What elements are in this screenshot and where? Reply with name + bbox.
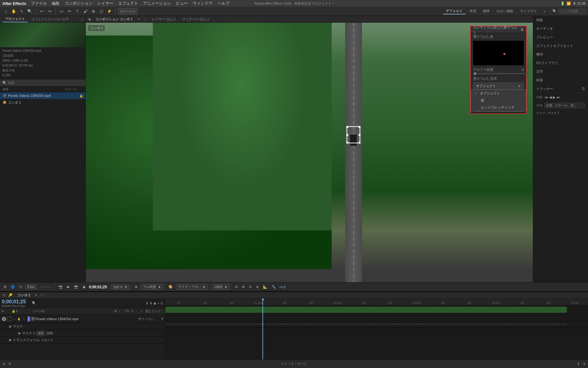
hand-tool[interactable]: ✋ — [10, 8, 17, 15]
renderqueue-icon[interactable]: 🔑 — [8, 293, 13, 297]
tl-playhead[interactable] — [262, 299, 263, 305]
preview-cam[interactable]: 📸 — [73, 284, 79, 289]
tracker-next-next-btn[interactable]: ⏭ — [556, 95, 560, 99]
tl-extract-btn[interactable]: ⬇ — [149, 301, 153, 305]
tl-time-display[interactable]: 0;00;01;25 — [2, 299, 26, 305]
paint-tool[interactable]: 🖌 — [82, 8, 89, 15]
status-icon2[interactable]: ⚙ — [8, 362, 11, 366]
pixel-btn[interactable]: ⊟ — [234, 284, 239, 289]
menu-file[interactable]: ファイル — [31, 1, 47, 6]
tracker-method-dropdown[interactable]: 位置、スケール、回... — [545, 103, 585, 108]
project-tab[interactable]: プロジェクト — [2, 16, 28, 22]
ws-hyojun[interactable]: 標準 — [480, 8, 493, 14]
zoom-tool[interactable]: 🔍 — [26, 8, 33, 15]
menu-view[interactable]: ビュー — [176, 1, 188, 6]
layer-vis-btn[interactable]: ● — [2, 317, 6, 321]
zoom-dropdown[interactable]: 100 % ▼ — [111, 285, 130, 289]
tl-layer-1[interactable]: ● ○ 🔒 1 🎬 Pexels Videos 1394254.mp4 単 ✏ … — [0, 315, 165, 323]
tracker-prev-prev-btn[interactable]: ⏮ — [545, 95, 548, 99]
layer-link-chevron[interactable]: ▼ — [161, 317, 164, 320]
tl-motion-btn[interactable]: ≈ — [157, 301, 159, 305]
snap2-btn[interactable]: 🔧 — [270, 284, 277, 289]
caf-menu-icon[interactable]: ☰ — [521, 28, 524, 32]
mask-mode-dropdown[interactable]: 減算 — [36, 331, 45, 336]
ws-library[interactable]: ライブラリ — [517, 8, 540, 14]
caf-option-object[interactable]: オブジェクト — [471, 90, 526, 97]
menu-help[interactable]: ヘルプ — [217, 1, 229, 6]
ws-default[interactable]: デフォルト — [443, 8, 466, 14]
tl-comp-tab-close[interactable]: ✕ — [35, 293, 37, 297]
right-preview[interactable]: プレビュー — [533, 33, 588, 42]
pen-tool[interactable]: ✏ — [66, 8, 73, 15]
handle-bl[interactable] — [346, 142, 348, 144]
transform-toggle[interactable]: ▶ — [9, 338, 12, 342]
preview-play[interactable]: ▶ — [66, 284, 71, 289]
snap-btn[interactable]: ⊞ — [2, 284, 8, 289]
handle-tr[interactable] — [359, 126, 360, 128]
timeline-right[interactable]: 0f 10f 20f 01;00f 10f 20f 02;00f 10f 20f… — [165, 299, 588, 359]
right-cc-library[interactable]: CCライブラリ — [533, 59, 588, 67]
ws-chiisai[interactable]: 小さい画面 — [493, 8, 516, 14]
effect-control-tab[interactable]: エフェクトコントロール P — [29, 17, 71, 22]
handle-mr[interactable] — [359, 134, 360, 136]
menu-animation[interactable]: アニメーション — [143, 1, 171, 6]
caf-option-edge[interactable]: エッジブレンディング — [471, 104, 526, 111]
project-item-video[interactable]: 🎬 Pexels Videos 1394254.mp4 🔒 — [0, 92, 85, 99]
eraser-tool[interactable]: ◻ — [98, 8, 105, 15]
tl-comp-tab[interactable]: コンポ 1 — [16, 292, 32, 298]
mask-group-toggle[interactable]: ▶ — [9, 324, 12, 328]
layer-solo-btn[interactable]: ○ — [12, 317, 17, 321]
help-search-input[interactable] — [558, 9, 586, 13]
tl-solo-btn[interactable]: ⊙ — [160, 301, 163, 305]
layer-switch-single[interactable]: 単 — [138, 317, 141, 321]
checkerboard-btn[interactable]: ⊞ — [134, 284, 139, 289]
draft-btn[interactable]: ⊡ — [18, 284, 23, 289]
ws-gakushu[interactable]: 学習 — [466, 8, 479, 14]
quality-dropdown[interactable]: フル画質 ▼ — [141, 284, 163, 290]
handle-br[interactable] — [359, 142, 360, 144]
caf-option-surface[interactable]: 面 — [471, 97, 526, 104]
ws-more[interactable]: » — [541, 9, 548, 14]
layer-lock-btn[interactable]: 🔒 — [17, 317, 21, 321]
footage-tab[interactable]: フッテージ (なし) — [179, 16, 211, 22]
menu-composition[interactable]: コンポジション — [65, 1, 92, 6]
tracker-menu-icon[interactable]: ☰ — [582, 87, 585, 91]
grid-btn[interactable]: ⊡ — [248, 284, 253, 289]
right-paragraph[interactable]: 段落 — [533, 76, 588, 85]
project-search-input[interactable] — [8, 81, 83, 85]
tracker-next-btn[interactable]: ▶ — [553, 95, 555, 99]
clone-tool[interactable]: ⊕ — [90, 8, 97, 15]
video-track-bar[interactable] — [165, 307, 567, 313]
puppet-tool[interactable]: ⚡ — [106, 8, 113, 15]
right-align[interactable]: 整列 — [533, 50, 588, 59]
tl-mask-1[interactable]: ▶ マスク 1 減算 反転 — [0, 330, 165, 337]
redo-btn[interactable]: ↪ — [46, 8, 53, 15]
right-text[interactable]: 文字 — [533, 67, 588, 76]
text-tool[interactable]: T — [74, 8, 81, 15]
tl-keyframe-btn[interactable]: ◆ — [153, 301, 156, 305]
tl-menu-icon[interactable]: ☰ — [40, 293, 43, 297]
menu-edit[interactable]: 編集 — [52, 1, 60, 6]
status-right-icon2[interactable]: ⬇ — [583, 362, 586, 366]
handle-ml[interactable] — [346, 134, 348, 136]
comp-tab-close[interactable]: ✕ — [138, 17, 140, 21]
panel-expand-arrow[interactable]: » — [81, 17, 83, 21]
menu-effect[interactable]: エフェクト — [118, 1, 138, 6]
menu-window[interactable]: ウィンドウ — [193, 1, 213, 6]
view-dropdown[interactable]: アクティブカ... ▼ — [176, 284, 208, 290]
roto-btn[interactable]: ロトベジェ — [118, 8, 138, 15]
select-tool[interactable]: ↖ — [18, 8, 25, 15]
rect-tool[interactable]: ▭ — [58, 8, 65, 15]
status-icon1[interactable]: ⊕ — [2, 362, 5, 366]
ram-btn[interactable]: 📷 — [57, 284, 64, 289]
menu-layer[interactable]: レイヤー — [97, 1, 113, 6]
ruler-btn[interactable]: 📐 — [262, 284, 269, 289]
right-audio[interactable]: オーディオ — [533, 25, 588, 33]
safe-frame-btn[interactable]: ⊞ — [241, 284, 246, 289]
comp-viewport[interactable]: コンポ 1 コンテンツに応じた塗りつぶし ☰ 塗りつぶし先 アルファ拡張 0 — [86, 23, 533, 282]
caf-method-dropdown[interactable]: オブジェクト ▼ — [473, 82, 524, 90]
right-info[interactable]: 情報 — [533, 16, 588, 25]
layer-audio-btn[interactable] — [7, 317, 12, 321]
tl-close-icon[interactable]: ⊡ — [2, 293, 5, 297]
tracker-label[interactable]: トラッカー — [536, 86, 553, 91]
